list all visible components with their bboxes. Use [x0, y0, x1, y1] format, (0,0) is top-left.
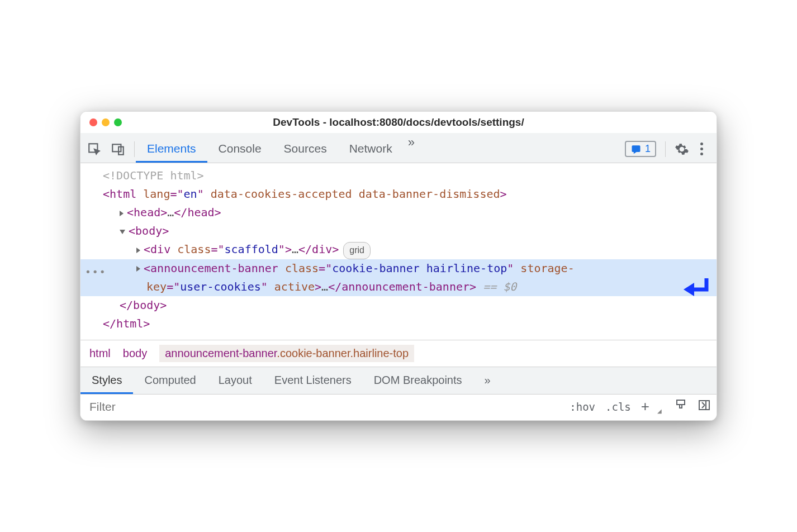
- kebab-menu-icon[interactable]: [697, 142, 706, 155]
- dom-html-close[interactable]: </html>: [80, 315, 717, 333]
- dom-doctype[interactable]: <!DOCTYPE html>: [80, 167, 717, 185]
- traffic-lights: [89, 118, 122, 126]
- tab-network[interactable]: Network: [338, 135, 404, 163]
- expand-arrow-icon[interactable]: [136, 266, 140, 272]
- new-style-rule-icon[interactable]: +: [641, 398, 649, 415]
- more-tabs-icon[interactable]: »: [404, 135, 419, 163]
- toolbar-divider: [134, 141, 135, 157]
- expand-arrow-icon[interactable]: [120, 211, 124, 216]
- main-toolbar: Elements Console Sources Network » 1: [80, 133, 717, 163]
- computed-panel-toggle-icon[interactable]: [698, 398, 711, 415]
- toggle-cls-button[interactable]: .cls: [605, 401, 631, 413]
- tab-elements[interactable]: Elements: [136, 135, 207, 163]
- styles-toolbar: :hov .cls +◢: [80, 394, 717, 420]
- dom-div-scaffold[interactable]: <div class="scaffold">…</div>grid: [80, 240, 717, 259]
- dom-tree-panel[interactable]: <!DOCTYPE html> <html lang="en" data-coo…: [80, 163, 717, 339]
- devtools-window: DevTools - localhost:8080/docs/devtools/…: [80, 111, 717, 420]
- styles-filter-input[interactable]: [86, 398, 570, 416]
- breadcrumb-html[interactable]: html: [89, 347, 111, 360]
- tab-computed[interactable]: Computed: [133, 367, 207, 394]
- styles-actions: :hov .cls +◢: [570, 398, 711, 415]
- expand-arrow-icon[interactable]: [136, 248, 140, 253]
- grid-badge[interactable]: grid: [343, 242, 371, 259]
- panel-tabs: Elements Console Sources Network »: [136, 135, 625, 163]
- tab-console[interactable]: Console: [207, 135, 273, 163]
- dom-head[interactable]: <head>…</head>: [80, 203, 717, 222]
- dom-selected-node[interactable]: ••• <announcement-banner class="cookie-b…: [80, 259, 717, 296]
- breadcrumb: html body announcement-banner.cookie-ban…: [80, 340, 717, 367]
- breadcrumb-selected[interactable]: announcement-banner.cookie-banner.hairli…: [159, 345, 414, 362]
- issues-badge[interactable]: 1: [625, 141, 656, 157]
- titlebar: DevTools - localhost:8080/docs/devtools/…: [80, 112, 717, 133]
- tab-event-listeners[interactable]: Event Listeners: [263, 367, 363, 394]
- breadcrumb-body[interactable]: body: [123, 347, 147, 360]
- maximize-window-button[interactable]: [114, 118, 122, 126]
- toolbar-right: 1: [625, 141, 710, 157]
- toolbar-divider-2: [665, 141, 666, 157]
- svg-rect-4: [677, 400, 685, 405]
- gutter-dots-icon[interactable]: •••: [85, 264, 107, 281]
- tab-dom-breakpoints[interactable]: DOM Breakpoints: [363, 367, 473, 394]
- inspect-element-icon[interactable]: [87, 142, 102, 156]
- dom-body-close[interactable]: </body>: [80, 296, 717, 315]
- toggle-hov-button[interactable]: :hov: [570, 401, 595, 413]
- window-title: DevTools - localhost:8080/docs/devtools/…: [273, 116, 524, 129]
- close-window-button[interactable]: [89, 118, 97, 126]
- settings-gear-icon[interactable]: [675, 142, 689, 156]
- sidebar-tabs: Styles Computed Layout Event Listeners D…: [80, 367, 717, 394]
- more-sidebar-tabs-icon[interactable]: »: [473, 367, 502, 394]
- tab-sources[interactable]: Sources: [273, 135, 338, 163]
- dom-body-open[interactable]: <body>: [80, 222, 717, 240]
- svg-rect-3: [632, 145, 640, 152]
- issues-count: 1: [645, 143, 651, 155]
- minimize-window-button[interactable]: [102, 118, 110, 126]
- collapse-arrow-icon[interactable]: [120, 230, 125, 234]
- tab-styles[interactable]: Styles: [80, 367, 133, 394]
- device-toolbar-icon[interactable]: [111, 142, 125, 156]
- dom-html-open[interactable]: <html lang="en" data-cookies-accepted da…: [80, 185, 717, 203]
- svg-rect-1: [112, 144, 121, 151]
- tab-layout[interactable]: Layout: [207, 367, 263, 394]
- paintbrush-icon[interactable]: [674, 398, 687, 415]
- toolbar-left: [87, 142, 133, 156]
